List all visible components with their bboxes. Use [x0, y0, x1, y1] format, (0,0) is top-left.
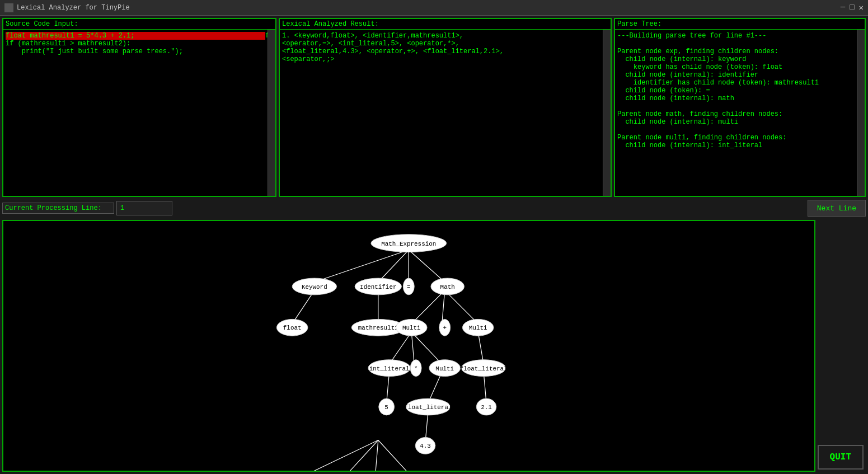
lexical-scrollbar[interactable]: [603, 30, 611, 196]
app-icon: [4, 3, 13, 12]
parse-panel-inner: ---Building parse tree for line #1--- Pa…: [615, 30, 865, 196]
close-button[interactable]: ✕: [859, 3, 864, 12]
title-bar: Lexical Analyzer for TinyPie ─ □ ✕: [0, 0, 868, 16]
parse-content[interactable]: ---Building parse tree for line #1--- Pa…: [615, 30, 857, 196]
parse-panel-label: Parse Tree:: [615, 19, 865, 30]
svg-text:Multi: Multi: [435, 365, 454, 372]
window-controls[interactable]: ─ □ ✕: [841, 3, 864, 12]
svg-text:Math_Expression: Math_Expression: [381, 241, 436, 247]
svg-text:+: +: [443, 325, 447, 331]
svg-text:2.1: 2.1: [481, 404, 492, 411]
svg-text:4.3: 4.3: [420, 443, 431, 449]
lexical-panel: Lexical Analyzed Result: 1. <keyword,flo…: [279, 18, 612, 197]
minimize-button[interactable]: ─: [841, 3, 845, 12]
svg-text:*: *: [414, 365, 418, 372]
main-content: Source Code Input: float mathresult1 = 5…: [0, 16, 868, 474]
parse-scrollbar[interactable]: [857, 30, 865, 196]
source-panel: Source Code Input: float mathresult1 = 5…: [2, 18, 276, 197]
status-bar: Current Processing Line: Next Line: [2, 199, 866, 217]
source-panel-inner: float mathresult1 = 5*4.3 + 2.1; float m…: [3, 30, 275, 196]
source-code-content[interactable]: float mathresult1 = 5*4.3 + 2.1; float m…: [3, 30, 268, 196]
current-line-label: Current Processing Line:: [2, 203, 114, 214]
svg-text:float_literal: float_literal: [460, 365, 508, 372]
lexical-content[interactable]: 1. <keyword,float>, <identifier,mathresu…: [280, 30, 603, 196]
quit-button[interactable]: QUIT: [818, 445, 864, 470]
app-title: Lexical Analyzer for TinyPie: [17, 4, 841, 12]
svg-text:Multi: Multi: [469, 325, 487, 331]
svg-text:Keyword: Keyword: [302, 284, 327, 290]
svg-text:float: float: [283, 325, 302, 331]
bottom-row: Math_Expression Keyword Identifier = Mat…: [2, 219, 866, 472]
svg-text:Multi: Multi: [402, 325, 421, 331]
lexical-panel-label: Lexical Analyzed Result:: [280, 19, 611, 30]
svg-text:int_literal: int_literal: [369, 365, 410, 372]
svg-text:Identifier: Identifier: [360, 284, 396, 290]
parse-tree-svg: Math_Expression Keyword Identifier = Mat…: [3, 221, 814, 471]
source-panel-label: Source Code Input:: [3, 19, 275, 30]
top-panels: Source Code Input: float mathresult1 = 5…: [2, 18, 866, 197]
parse-panel: Parse Tree: ---Building parse tree for l…: [614, 18, 866, 197]
svg-text:=: =: [407, 284, 411, 290]
svg-text:float_literal: float_literal: [405, 404, 452, 411]
next-line-button[interactable]: Next Line: [808, 200, 866, 217]
svg-text:Math: Math: [440, 284, 455, 290]
parse-tree-area: Math_Expression Keyword Identifier = Mat…: [2, 220, 815, 472]
svg-text:5: 5: [384, 404, 388, 411]
current-line-input[interactable]: [116, 201, 172, 215]
lexical-panel-inner: 1. <keyword,float>, <identifier,mathresu…: [280, 30, 611, 196]
maximize-button[interactable]: □: [850, 3, 854, 12]
source-scrollbar[interactable]: [268, 30, 275, 196]
svg-text:mathresult1: mathresult1: [358, 325, 398, 331]
